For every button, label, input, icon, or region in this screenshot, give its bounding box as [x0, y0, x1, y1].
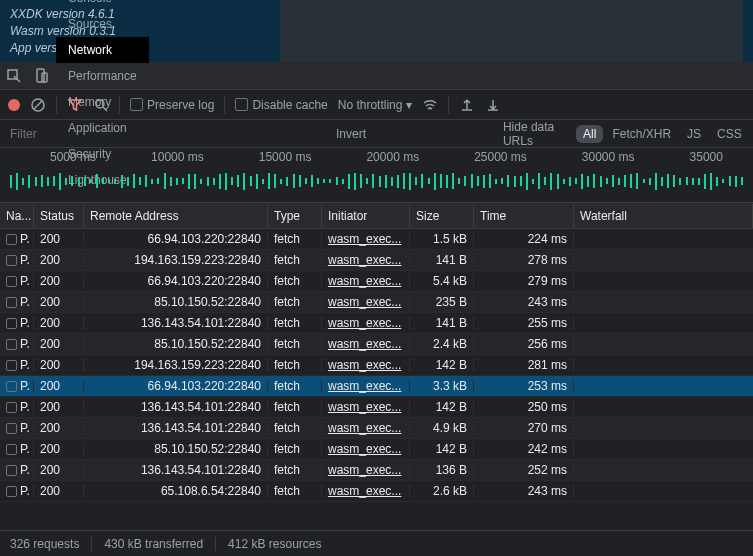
- row-checkbox[interactable]: [6, 339, 17, 350]
- col-type[interactable]: Type: [268, 204, 322, 228]
- upload-icon[interactable]: [459, 97, 475, 113]
- timeline-bar: [286, 177, 288, 186]
- col-size[interactable]: Size: [410, 204, 474, 228]
- chip-js[interactable]: JS: [680, 125, 708, 143]
- table-row[interactable]: P.200136.143.54.101:22840fetchwasm_exec.…: [0, 397, 753, 418]
- table-row[interactable]: P.20066.94.103.220:22840fetchwasm_exec..…: [0, 229, 753, 250]
- row-checkbox[interactable]: [6, 360, 17, 371]
- table-row[interactable]: P.200194.163.159.223:22840fetchwasm_exec…: [0, 250, 753, 271]
- search-icon[interactable]: [93, 97, 109, 113]
- disable-cache-checkbox[interactable]: Disable cache: [235, 98, 327, 112]
- row-initiator[interactable]: wasm_exec...: [322, 421, 410, 435]
- table-row[interactable]: P.20066.94.103.220:22840fetchwasm_exec..…: [0, 376, 753, 397]
- timeline-overview[interactable]: 5000 ms10000 ms15000 ms20000 ms25000 ms3…: [0, 148, 753, 203]
- inspect-icon[interactable]: [6, 68, 22, 84]
- devtools-tabs: ElementsConsoleSourcesNetworkPerformance…: [0, 62, 753, 90]
- timeline-bar: [581, 174, 583, 189]
- col-waterfall[interactable]: Waterfall: [574, 204, 753, 228]
- table-row[interactable]: P.200194.163.159.223:22840fetchwasm_exec…: [0, 355, 753, 376]
- table-row[interactable]: P.200136.143.54.101:22840fetchwasm_exec.…: [0, 313, 753, 334]
- row-type: fetch: [268, 358, 322, 372]
- row-initiator[interactable]: wasm_exec...: [322, 379, 410, 393]
- table-row[interactable]: P.20085.10.150.52:22840fetchwasm_exec...…: [0, 439, 753, 460]
- tab-performance[interactable]: Performance: [56, 63, 149, 89]
- download-icon[interactable]: [485, 97, 501, 113]
- row-name: P.: [20, 253, 30, 267]
- tab-sources[interactable]: Sources: [56, 11, 149, 37]
- row-size: 3.3 kB: [410, 379, 474, 393]
- timeline-bar: [16, 173, 18, 190]
- timeline-bar: [121, 175, 123, 188]
- row-checkbox[interactable]: [6, 423, 17, 434]
- chip-fetchxhr[interactable]: Fetch/XHR: [605, 125, 678, 143]
- timeline-bar: [471, 174, 473, 188]
- timeline-bar: [483, 175, 485, 188]
- invert-checkbox[interactable]: Invert: [172, 127, 366, 141]
- col-time[interactable]: Time: [474, 204, 574, 228]
- row-checkbox[interactable]: [6, 381, 17, 392]
- timeline-bar: [692, 178, 694, 185]
- chip-css[interactable]: CSS: [710, 125, 749, 143]
- row-checkbox[interactable]: [6, 318, 17, 329]
- table-row[interactable]: P.20085.10.150.52:22840fetchwasm_exec...…: [0, 334, 753, 355]
- filter-icon[interactable]: [67, 97, 83, 113]
- chip-all[interactable]: All: [576, 125, 603, 143]
- timeline-bar: [243, 173, 245, 190]
- col-name[interactable]: Na...: [0, 204, 34, 228]
- col-status[interactable]: Status: [34, 204, 84, 228]
- timeline-bar: [409, 173, 411, 190]
- row-initiator[interactable]: wasm_exec...: [322, 274, 410, 288]
- tab-network[interactable]: Network: [56, 37, 149, 63]
- timeline-bar: [41, 175, 43, 187]
- timeline-bar: [391, 177, 393, 186]
- table-row[interactable]: P.200136.143.54.101:22840fetchwasm_exec.…: [0, 460, 753, 481]
- clear-icon[interactable]: [30, 97, 46, 113]
- timeline-bar: [256, 174, 258, 189]
- row-initiator[interactable]: wasm_exec...: [322, 253, 410, 267]
- row-initiator[interactable]: wasm_exec...: [322, 337, 410, 351]
- row-checkbox[interactable]: [6, 297, 17, 308]
- row-type: fetch: [268, 316, 322, 330]
- row-checkbox[interactable]: [6, 465, 17, 476]
- throttling-select[interactable]: No throttling▾: [338, 98, 413, 112]
- row-initiator[interactable]: wasm_exec...: [322, 232, 410, 246]
- row-checkbox[interactable]: [6, 402, 17, 413]
- timeline-bar: [157, 178, 159, 184]
- row-initiator[interactable]: wasm_exec...: [322, 316, 410, 330]
- row-name: P.: [20, 463, 30, 477]
- row-checkbox[interactable]: [6, 486, 17, 497]
- row-checkbox[interactable]: [6, 444, 17, 455]
- timeline-bar: [532, 179, 534, 184]
- col-remote[interactable]: Remote Address: [84, 204, 268, 228]
- row-initiator[interactable]: wasm_exec...: [322, 463, 410, 477]
- table-row[interactable]: P.20065.108.6.54:22840fetchwasm_exec...2…: [0, 481, 753, 502]
- wifi-icon[interactable]: [422, 97, 438, 113]
- timeline-bar: [348, 174, 350, 189]
- row-initiator[interactable]: wasm_exec...: [322, 295, 410, 309]
- row-initiator[interactable]: wasm_exec...: [322, 400, 410, 414]
- timeline-bar: [563, 179, 565, 184]
- row-checkbox[interactable]: [6, 255, 17, 266]
- row-initiator[interactable]: wasm_exec...: [322, 484, 410, 498]
- table-row[interactable]: P.20066.94.103.220:22840fetchwasm_exec..…: [0, 271, 753, 292]
- row-initiator[interactable]: wasm_exec...: [322, 442, 410, 456]
- hide-dataurls-checkbox[interactable]: Hide data URLs: [374, 120, 568, 148]
- table-row[interactable]: P.200136.143.54.101:22840fetchwasm_exec.…: [0, 418, 753, 439]
- col-initiator[interactable]: Initiator: [322, 204, 410, 228]
- device-icon[interactable]: [34, 68, 50, 84]
- row-checkbox[interactable]: [6, 276, 17, 287]
- filter-input[interactable]: [6, 125, 164, 143]
- timeline-bar: [434, 173, 436, 190]
- row-remote: 85.10.150.52:22840: [84, 295, 268, 309]
- tab-console[interactable]: Console: [56, 0, 149, 11]
- table-row[interactable]: P.20085.10.150.52:22840fetchwasm_exec...…: [0, 292, 753, 313]
- row-initiator[interactable]: wasm_exec...: [322, 358, 410, 372]
- timeline-tick: 30000 ms: [582, 150, 635, 164]
- preserve-log-checkbox[interactable]: Preserve log: [130, 98, 214, 112]
- timeline-bar: [102, 178, 104, 184]
- row-checkbox[interactable]: [6, 234, 17, 245]
- record-icon[interactable]: [8, 99, 20, 111]
- row-type: fetch: [268, 274, 322, 288]
- content-area-placeholder: [280, 0, 743, 62]
- timeline-bar: [354, 173, 356, 190]
